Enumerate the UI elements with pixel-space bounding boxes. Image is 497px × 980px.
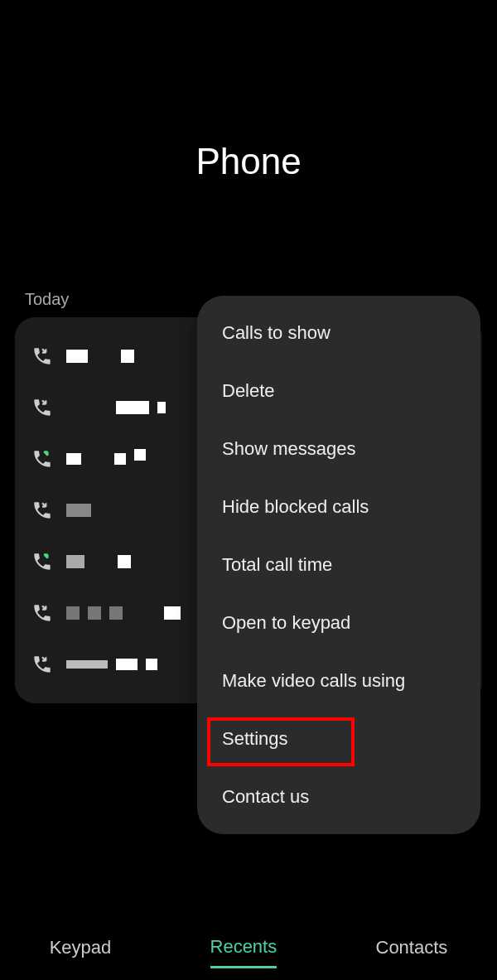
nav-contacts[interactable]: Contacts (376, 929, 448, 967)
incoming-call-icon (31, 500, 53, 521)
outgoing-call-icon (31, 448, 53, 470)
menu-contact-us[interactable]: Contact us (197, 768, 480, 826)
bottom-nav: Keypad Recents Contacts (0, 915, 497, 980)
menu-hide-blocked-calls[interactable]: Hide blocked calls (197, 478, 480, 536)
menu-total-call-time[interactable]: Total call time (197, 536, 480, 594)
overflow-menu: Calls to show Delete Show messages Hide … (197, 296, 480, 834)
outgoing-call-icon (31, 551, 53, 572)
incoming-call-icon (31, 602, 53, 624)
menu-open-to-keypad[interactable]: Open to keypad (197, 594, 480, 652)
menu-calls-to-show[interactable]: Calls to show (197, 304, 480, 362)
incoming-call-icon (31, 345, 53, 367)
nav-keypad[interactable]: Keypad (50, 929, 112, 967)
incoming-call-icon (31, 397, 53, 418)
menu-settings[interactable]: Settings (197, 710, 480, 768)
page-title: Phone (0, 0, 497, 290)
menu-make-video-calls-using[interactable]: Make video calls using (197, 652, 480, 710)
menu-show-messages[interactable]: Show messages (197, 420, 480, 478)
incoming-call-icon (31, 654, 53, 675)
nav-recents[interactable]: Recents (210, 928, 277, 968)
menu-delete[interactable]: Delete (197, 362, 480, 420)
